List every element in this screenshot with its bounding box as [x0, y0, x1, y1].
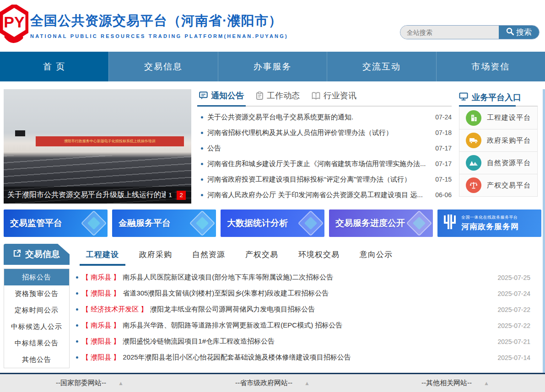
- trade-info-header: 交易信息 工程建设 政府采购 自然资源 产权交易 环境权交易 意向公示: [4, 244, 541, 265]
- bullet-icon: [201, 132, 203, 134]
- announcement-title: 濮阳龙丰纸业有限公司源网荷储风力发电项目招标公告: [150, 305, 491, 314]
- nav-item-interaction[interactable]: 交流互动: [327, 52, 436, 81]
- announcement-date: 2025-07-22: [497, 322, 530, 329]
- cat-winning-candidates[interactable]: 中标候选人公示: [4, 318, 69, 335]
- trade-section-label: 交易信息: [25, 248, 60, 260]
- site-search: 搜索: [400, 25, 540, 39]
- entry-natural-resources-platform[interactable]: 自然资源平台: [459, 151, 537, 174]
- announcement-title: 濮阳盛悦冷链物流园项目1#仓库工程改造招标公告: [123, 337, 491, 346]
- tab-industry-news[interactable]: 行业资讯: [312, 90, 356, 106]
- monitor-icon: [459, 92, 468, 103]
- footer-link-label: --省市级政府网站--: [235, 379, 292, 387]
- bullet-icon: [201, 116, 203, 118]
- tab-work-updates[interactable]: 工作动态: [256, 90, 300, 106]
- search-button[interactable]: 搜索: [499, 26, 539, 39]
- banner-bigdata-analysis[interactable]: 大数据统计分析: [221, 209, 324, 237]
- announcement-row[interactable]: 【 南乐县 】南乐县人民医院新区建设项目(部分地下车库等附属设施)二次招标公告2…: [76, 269, 541, 285]
- cat-winning-results[interactable]: 中标结果公告: [4, 335, 69, 351]
- banner-small-label: 全国一体化在线政务服务平台: [461, 215, 519, 220]
- entry-label: 产权交易平台: [487, 181, 531, 190]
- banner-trade-supervision[interactable]: 交易监管平台: [4, 209, 108, 237]
- cat-award-time[interactable]: 定标时间公示: [4, 302, 69, 318]
- footer-link-label: --其他相关网站--: [421, 379, 472, 387]
- carousel-page-2[interactable]: 2: [177, 191, 186, 200]
- notice-date: 07-17: [435, 145, 452, 152]
- announcement-date: 2025-07-24: [497, 290, 530, 297]
- banner-henan-gov-service[interactable]: 全国一体化在线政务服务平台 河南政务服务网: [437, 209, 541, 237]
- notice-date: 07-15: [435, 176, 452, 183]
- tab-construction[interactable]: 工程建设: [86, 249, 119, 260]
- banner-label: 大数据统计分析: [227, 217, 288, 229]
- entry-construction-platform[interactable]: 工程建设平台: [459, 107, 537, 129]
- henan-gov-logo: [442, 214, 458, 233]
- footer-dropdown-national-sites[interactable]: --国家部委网站-- ▲: [56, 379, 124, 387]
- cat-prequalification[interactable]: 资格预审公告: [4, 285, 69, 302]
- nav-item-trade-info[interactable]: 交易信息: [108, 52, 217, 81]
- tab-intent-publicity[interactable]: 意向公示: [360, 249, 393, 260]
- notice-row[interactable]: 河南省政府投资工程建设项目招标投标“评定分离”管理办法（试行）07-15: [199, 172, 452, 187]
- notice-row[interactable]: 公告07-17: [199, 140, 452, 156]
- news-carousel[interactable]: 濮阳市行政服务中心新版电子化招投标系统上线操作培训 关于濮阳市公共资源交易平台升…: [4, 89, 191, 204]
- bullet-icon: [76, 308, 78, 311]
- banner-illustration: [81, 210, 107, 236]
- footer-link-label: --国家部委网站--: [56, 379, 106, 387]
- notice-date: 07-24: [435, 113, 452, 121]
- bullet-icon: [76, 340, 78, 343]
- banner-label: 河南政务服务网: [461, 221, 519, 232]
- entry-property-rights-platform[interactable]: 产权交易平台: [459, 174, 537, 196]
- carousel-caption[interactable]: 关于濮阳市公共资源交易平台升级版上线运行的通知: [7, 190, 166, 200]
- notice-row[interactable]: 河南省住房和城乡建设厅关于废止《河南省建筑市场信用管理实施办法...07-17: [199, 156, 452, 172]
- search-button-label: 搜索: [516, 27, 532, 38]
- tab-notice-announcements[interactable]: 通知公告: [199, 90, 244, 106]
- notice-row[interactable]: 河南省人民政府办公厅 关于印发河南省公共资源交易工程建设项目 远...06-06: [199, 187, 452, 203]
- main-content: 濮阳市行政服务中心新版电子化招投标系统上线操作培训 关于濮阳市公共资源交易平台升…: [0, 81, 545, 204]
- nav-item-services[interactable]: 办事服务: [218, 52, 327, 81]
- entry-gov-procurement-platform[interactable]: 政府采购平台: [459, 129, 537, 151]
- notice-tabs: 通知公告 工作动态 行业资讯: [199, 89, 452, 107]
- footer-dropdown-other-sites[interactable]: --其他相关网站-- ▲: [421, 379, 489, 387]
- carousel-page-1[interactable]: 1: [166, 191, 175, 200]
- notice-row[interactable]: 河南省招标代理机构及其从业人员信用评价管理办法（试行）07-18: [199, 125, 452, 140]
- tab-natural-resources[interactable]: 自然资源: [192, 249, 225, 260]
- region-tag: 【 南乐县 】: [82, 273, 120, 282]
- building-icon: [466, 110, 481, 126]
- search-icon: [506, 27, 514, 38]
- page-scrollbar[interactable]: [543, 89, 545, 373]
- nav-item-market-credit[interactable]: 市场资信: [436, 52, 545, 81]
- notice-title: 公告: [207, 144, 430, 153]
- truck-icon: [466, 133, 481, 148]
- banner-illustration: [298, 210, 324, 236]
- nav-item-home[interactable]: 首 页: [0, 52, 108, 81]
- tab-gov-procurement[interactable]: 政府采购: [139, 249, 172, 260]
- logo-letters: PY: [4, 13, 25, 31]
- notice-title: 河南省政府投资工程建设项目招标投标“评定分离”管理办法（试行）: [207, 175, 430, 184]
- footer-dropdown-provincial-sites[interactable]: --省市级政府网站-- ▲: [235, 379, 310, 387]
- announcement-row[interactable]: 【 濮阳县 】濮阳盛悦冷链物流园项目1#仓库工程改造招标公告2025-07-21: [76, 333, 541, 349]
- comment-icon: [199, 91, 208, 100]
- banner-financial-services[interactable]: 金融服务平台: [112, 209, 216, 237]
- announcement-date: 2025-07-22: [497, 306, 530, 313]
- region-tag: 【 濮阳县 】: [82, 289, 120, 298]
- mountain-icon: [466, 155, 481, 171]
- bullet-icon: [76, 324, 78, 327]
- cat-other-announcements[interactable]: 其他公告: [4, 351, 69, 368]
- platform-entry-header: 业务平台入口: [459, 89, 538, 107]
- announcement-list: 【 南乐县 】南乐县人民医院新区建设项目(部分地下车库等附属设施)二次招标公告2…: [70, 268, 541, 368]
- announcement-date: 2025-07-14: [497, 354, 530, 361]
- banner-label: 交易监管平台: [10, 217, 62, 229]
- tab-label: 行业资讯: [324, 90, 356, 101]
- tab-environmental-rights[interactable]: 环境权交易: [298, 249, 340, 260]
- banner-trade-progress[interactable]: 交易服务进度公开: [329, 209, 433, 237]
- trade-info-section-tab[interactable]: 交易信息: [4, 244, 70, 265]
- site-subtitle: NATIONAL PUBLIC RESOURCES TRADING PLATFO…: [30, 33, 288, 39]
- announcement-title: 南乐县兴华路、朝阳路等道路排水管网更新改造工程(EPC模式) 招标公告: [123, 321, 491, 330]
- announcement-row[interactable]: 【 经济技术开发区 】濮阳龙丰纸业有限公司源网荷储风力发电项目招标公告2025-…: [76, 301, 541, 317]
- announcement-row[interactable]: 【 濮阳县 】2025年濮阳县老旧小区心怡花园配套基础设施及楼体修缮建设项目招标…: [76, 349, 541, 365]
- platform-entry-panel: 业务平台入口 工程建设平台 政府采购平台: [459, 89, 538, 204]
- cat-tender-announcement[interactable]: 招标公告: [4, 269, 69, 285]
- announcement-row[interactable]: 【 南乐县 】南乐县兴华路、朝阳路等道路排水管网更新改造工程(EPC模式) 招标…: [76, 317, 541, 333]
- search-input[interactable]: [400, 26, 499, 39]
- notice-row[interactable]: 关于公共资源交易平台电子交易系统更新的通知.07-24: [199, 109, 452, 125]
- announcement-row[interactable]: 【 濮阳县 】省道305濮阳县文留镇(刘楼村)至梨园乡(朱寨村)段改建工程招标公…: [76, 285, 541, 301]
- tab-property-rights[interactable]: 产权交易: [245, 249, 278, 260]
